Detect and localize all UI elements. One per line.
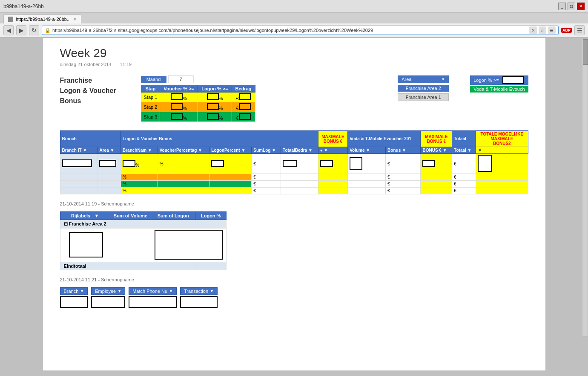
browser-tab[interactable]: https://b99ba149-a-26bb... ✕ <box>3 14 81 23</box>
pivot-pct-header: Logon % <box>195 212 227 220</box>
star-icon[interactable]: ☆ <box>539 26 546 34</box>
url-text: https://b99ba149-a-26bba7f2-s-sites.goog… <box>52 28 529 33</box>
bonus-eur-header: ● ▼ <box>318 147 347 154</box>
filter-match-label: Match Phone Nu <box>132 289 167 294</box>
filter-branch-filter-icon: ▼ <box>80 289 84 293</box>
branch-it-header: Branch IT ▼ <box>60 147 98 154</box>
row1-branch-box <box>62 159 92 167</box>
row1-logon-box <box>211 160 224 167</box>
tab-favicon <box>8 17 13 22</box>
maximale-bonus2-header: MAXIMALEBONUS € <box>421 131 452 147</box>
date-text: dinsdag 21 oktober 2014 <box>60 62 112 67</box>
stap-2-logon-box <box>207 103 219 110</box>
stap-2-bedrag: € <box>232 102 255 112</box>
row4-totaal: € <box>452 188 476 194</box>
page-date: dinsdag 21 oktober 2014 11:19 <box>60 62 528 67</box>
bonus-header: Bonus ▼ <box>386 147 421 154</box>
maximize-button[interactable]: □ <box>568 3 575 10</box>
row4-maxbonus <box>318 188 347 194</box>
tab-close-button[interactable]: ✕ <box>73 17 77 22</box>
stap-3-bedrag-box <box>239 113 251 120</box>
time-text: 11:19 <box>120 62 132 67</box>
row1-voucher: % <box>158 154 209 174</box>
voda-header: Voda & T-Mobile Evoucher 201 <box>348 131 421 147</box>
logon-input[interactable] <box>502 76 524 84</box>
bookmark-star-icon[interactable]: ✕ <box>529 26 537 34</box>
row4-name: % <box>121 188 158 194</box>
title-text: b99ba149-a-26bb <box>3 3 44 9</box>
row2-branch <box>60 174 98 181</box>
stap-1-bedrag-box <box>239 93 251 100</box>
row1-totaal: € <box>452 154 476 174</box>
stap-1-voucher-box <box>171 93 183 100</box>
filter-match-header[interactable]: Match Phone Nu ▼ <box>129 287 177 295</box>
pivot-franchise-row: ⊟ Franchise Area 2 <box>60 220 227 228</box>
stap-1-logon: % <box>198 93 232 102</box>
bonus-eur2-header: BONUS € ▼ <box>421 147 452 154</box>
stap-row-2: Stap 2 % % € <box>141 102 255 112</box>
bonus2-header: ▼ <box>476 147 528 154</box>
pivot-total-label: Eindtotaal <box>60 262 110 270</box>
back-button[interactable]: ◀ <box>3 25 14 35</box>
maand-value: 7 <box>168 75 194 83</box>
filter-match-col: Match Phone Nu ▼ <box>129 287 177 308</box>
row2-bonus-eur <box>421 174 452 181</box>
scrollbar-thumb[interactable] <box>583 39 588 65</box>
settings-icon[interactable]: ☰ <box>574 25 585 35</box>
row3-totaal: € <box>452 181 476 188</box>
area-dropdown[interactable]: Area ▼ <box>398 75 449 83</box>
filter-transaction-col: Transaction ▼ <box>180 287 218 308</box>
totaal2-header: Totaal ▼ <box>452 147 476 154</box>
filter-match-value <box>129 296 177 308</box>
window-controls: _ □ ✕ <box>558 3 585 10</box>
row1-bonus: € <box>386 154 421 174</box>
filter-transaction-label: Transaction <box>184 289 208 294</box>
filter-row: Branch ▼ Employee ▼ Match Phone Nu ▼ <box>60 287 528 308</box>
close-button[interactable]: ✕ <box>577 3 585 10</box>
tab-title: https://b99ba149-a-26bb... <box>16 17 71 22</box>
row2-logon <box>209 174 252 181</box>
row2-bedrag <box>281 174 318 181</box>
filter-employee-header[interactable]: Employee ▼ <box>91 287 125 295</box>
address-icons: ✕ ☆ ☰ <box>529 26 556 34</box>
area-selected[interactable]: Franchise Area 2 <box>398 85 449 92</box>
filter-section: Branch ▼ Employee ▼ Match Phone Nu ▼ <box>60 287 528 308</box>
adblock-button[interactable]: ABP <box>561 28 572 33</box>
filter-branch-label: Branch <box>64 289 79 294</box>
stap-row-3: Stap 3 % % € <box>141 112 255 122</box>
totaal-header: Totaal <box>452 131 476 147</box>
area-other[interactable]: Franchise Area 1 <box>398 93 449 101</box>
menu-icon[interactable]: ☰ <box>548 26 556 34</box>
pivot-detail-large-box <box>155 230 223 260</box>
row2-voucher <box>158 174 209 181</box>
forward-button[interactable]: ▶ <box>16 25 26 35</box>
branchname-header: BranchNam ▼ <box>121 147 158 154</box>
pivot-detail-label <box>60 228 110 262</box>
row2-name: % <box>121 174 158 181</box>
row2-totale <box>476 174 528 181</box>
row3-name: % <box>121 181 158 188</box>
voucher-col-header: Voucher % >= <box>160 85 198 93</box>
row1-area-box <box>99 160 116 167</box>
filter-transaction-header[interactable]: Transaction ▼ <box>180 287 218 295</box>
refresh-button[interactable]: ↻ <box>29 25 39 35</box>
row1-bedrag <box>281 154 318 174</box>
stap-1-logon-box <box>207 93 219 100</box>
main-table-section: Branch Logon & Voucher Bonus MAXIMALEBON… <box>60 130 528 194</box>
stap-2-voucher-box <box>171 103 183 110</box>
row4-bedrag <box>281 188 318 194</box>
row2-area <box>98 174 121 181</box>
filter-match-arrow: ▼ <box>169 289 173 293</box>
maximale-bonus-header: MAXIMALEBONUS € <box>318 131 347 147</box>
address-bar[interactable]: 🔒 https://b99ba149-a-26bba7f2-s-sites.go… <box>42 26 559 35</box>
page-title: Week 29 <box>60 46 528 60</box>
row3-logon <box>209 181 252 188</box>
pivot-detail-volume <box>110 228 151 262</box>
pivot-franchise-logon <box>151 220 195 228</box>
filter-branch-header[interactable]: Branch ▼ <box>60 287 88 295</box>
row4-volume <box>348 188 386 194</box>
stap-2-voucher: % <box>160 102 198 112</box>
vertical-scrollbar[interactable] <box>582 38 588 337</box>
minimize-button[interactable]: _ <box>558 3 566 10</box>
row1-name: % <box>121 154 158 174</box>
